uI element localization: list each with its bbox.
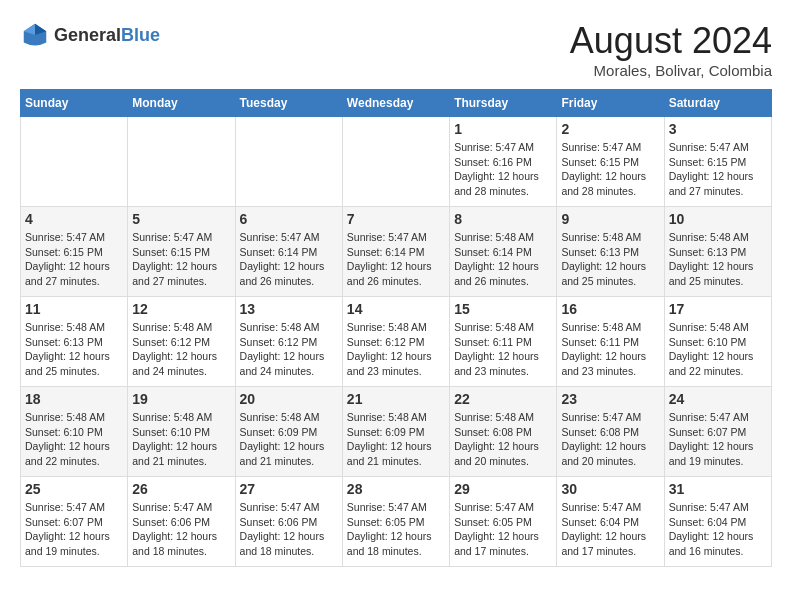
day-number: 13 (240, 301, 338, 317)
day-info: Sunrise: 5:47 AM Sunset: 6:08 PM Dayligh… (561, 410, 659, 469)
calendar-cell: 16Sunrise: 5:48 AM Sunset: 6:11 PM Dayli… (557, 297, 664, 387)
day-info: Sunrise: 5:47 AM Sunset: 6:06 PM Dayligh… (132, 500, 230, 559)
day-number: 20 (240, 391, 338, 407)
week-row-2: 4Sunrise: 5:47 AM Sunset: 6:15 PM Daylig… (21, 207, 772, 297)
day-info: Sunrise: 5:47 AM Sunset: 6:04 PM Dayligh… (561, 500, 659, 559)
day-info: Sunrise: 5:48 AM Sunset: 6:11 PM Dayligh… (454, 320, 552, 379)
week-row-4: 18Sunrise: 5:48 AM Sunset: 6:10 PM Dayli… (21, 387, 772, 477)
calendar-cell: 5Sunrise: 5:47 AM Sunset: 6:15 PM Daylig… (128, 207, 235, 297)
calendar-cell: 31Sunrise: 5:47 AM Sunset: 6:04 PM Dayli… (664, 477, 771, 567)
day-number: 30 (561, 481, 659, 497)
day-info: Sunrise: 5:47 AM Sunset: 6:14 PM Dayligh… (240, 230, 338, 289)
calendar-cell: 28Sunrise: 5:47 AM Sunset: 6:05 PM Dayli… (342, 477, 449, 567)
day-number: 26 (132, 481, 230, 497)
calendar-cell: 11Sunrise: 5:48 AM Sunset: 6:13 PM Dayli… (21, 297, 128, 387)
calendar-cell: 8Sunrise: 5:48 AM Sunset: 6:14 PM Daylig… (450, 207, 557, 297)
col-header-friday: Friday (557, 90, 664, 117)
day-number: 7 (347, 211, 445, 227)
day-number: 25 (25, 481, 123, 497)
calendar-cell: 14Sunrise: 5:48 AM Sunset: 6:12 PM Dayli… (342, 297, 449, 387)
calendar-cell: 9Sunrise: 5:48 AM Sunset: 6:13 PM Daylig… (557, 207, 664, 297)
day-number: 11 (25, 301, 123, 317)
day-info: Sunrise: 5:48 AM Sunset: 6:10 PM Dayligh… (25, 410, 123, 469)
week-row-5: 25Sunrise: 5:47 AM Sunset: 6:07 PM Dayli… (21, 477, 772, 567)
calendar-cell: 17Sunrise: 5:48 AM Sunset: 6:10 PM Dayli… (664, 297, 771, 387)
day-number: 16 (561, 301, 659, 317)
day-number: 5 (132, 211, 230, 227)
week-row-1: 1Sunrise: 5:47 AM Sunset: 6:16 PM Daylig… (21, 117, 772, 207)
day-info: Sunrise: 5:47 AM Sunset: 6:05 PM Dayligh… (454, 500, 552, 559)
logo: GeneralBlue (20, 20, 160, 50)
calendar-cell: 3Sunrise: 5:47 AM Sunset: 6:15 PM Daylig… (664, 117, 771, 207)
col-header-thursday: Thursday (450, 90, 557, 117)
logo-icon (20, 20, 50, 50)
day-info: Sunrise: 5:48 AM Sunset: 6:10 PM Dayligh… (669, 320, 767, 379)
day-number: 19 (132, 391, 230, 407)
calendar-cell: 29Sunrise: 5:47 AM Sunset: 6:05 PM Dayli… (450, 477, 557, 567)
day-number: 24 (669, 391, 767, 407)
header-row: SundayMondayTuesdayWednesdayThursdayFrid… (21, 90, 772, 117)
day-number: 10 (669, 211, 767, 227)
calendar-cell: 1Sunrise: 5:47 AM Sunset: 6:16 PM Daylig… (450, 117, 557, 207)
day-number: 27 (240, 481, 338, 497)
day-number: 9 (561, 211, 659, 227)
day-info: Sunrise: 5:47 AM Sunset: 6:16 PM Dayligh… (454, 140, 552, 199)
calendar-cell: 27Sunrise: 5:47 AM Sunset: 6:06 PM Dayli… (235, 477, 342, 567)
calendar-cell: 4Sunrise: 5:47 AM Sunset: 6:15 PM Daylig… (21, 207, 128, 297)
day-info: Sunrise: 5:48 AM Sunset: 6:09 PM Dayligh… (240, 410, 338, 469)
day-info: Sunrise: 5:48 AM Sunset: 6:13 PM Dayligh… (561, 230, 659, 289)
day-number: 3 (669, 121, 767, 137)
col-header-saturday: Saturday (664, 90, 771, 117)
day-info: Sunrise: 5:48 AM Sunset: 6:12 PM Dayligh… (240, 320, 338, 379)
day-info: Sunrise: 5:47 AM Sunset: 6:14 PM Dayligh… (347, 230, 445, 289)
header: GeneralBlue August 2024 Morales, Bolivar… (20, 20, 772, 79)
main-title: August 2024 (570, 20, 772, 62)
week-row-3: 11Sunrise: 5:48 AM Sunset: 6:13 PM Dayli… (21, 297, 772, 387)
calendar-cell: 25Sunrise: 5:47 AM Sunset: 6:07 PM Dayli… (21, 477, 128, 567)
calendar-cell: 20Sunrise: 5:48 AM Sunset: 6:09 PM Dayli… (235, 387, 342, 477)
col-header-tuesday: Tuesday (235, 90, 342, 117)
calendar-cell (342, 117, 449, 207)
title-area: August 2024 Morales, Bolivar, Colombia (570, 20, 772, 79)
day-number: 1 (454, 121, 552, 137)
day-info: Sunrise: 5:47 AM Sunset: 6:05 PM Dayligh… (347, 500, 445, 559)
day-number: 18 (25, 391, 123, 407)
calendar-cell: 19Sunrise: 5:48 AM Sunset: 6:10 PM Dayli… (128, 387, 235, 477)
day-info: Sunrise: 5:47 AM Sunset: 6:15 PM Dayligh… (132, 230, 230, 289)
calendar-cell: 13Sunrise: 5:48 AM Sunset: 6:12 PM Dayli… (235, 297, 342, 387)
calendar-cell: 12Sunrise: 5:48 AM Sunset: 6:12 PM Dayli… (128, 297, 235, 387)
calendar-cell (235, 117, 342, 207)
day-info: Sunrise: 5:48 AM Sunset: 6:11 PM Dayligh… (561, 320, 659, 379)
day-number: 17 (669, 301, 767, 317)
logo-blue: Blue (121, 25, 160, 45)
subtitle: Morales, Bolivar, Colombia (570, 62, 772, 79)
calendar-cell: 21Sunrise: 5:48 AM Sunset: 6:09 PM Dayli… (342, 387, 449, 477)
calendar-cell: 26Sunrise: 5:47 AM Sunset: 6:06 PM Dayli… (128, 477, 235, 567)
day-info: Sunrise: 5:47 AM Sunset: 6:06 PM Dayligh… (240, 500, 338, 559)
calendar-cell: 24Sunrise: 5:47 AM Sunset: 6:07 PM Dayli… (664, 387, 771, 477)
day-number: 12 (132, 301, 230, 317)
day-info: Sunrise: 5:47 AM Sunset: 6:15 PM Dayligh… (669, 140, 767, 199)
calendar-cell: 30Sunrise: 5:47 AM Sunset: 6:04 PM Dayli… (557, 477, 664, 567)
day-info: Sunrise: 5:48 AM Sunset: 6:13 PM Dayligh… (669, 230, 767, 289)
calendar-cell: 2Sunrise: 5:47 AM Sunset: 6:15 PM Daylig… (557, 117, 664, 207)
day-number: 21 (347, 391, 445, 407)
calendar-cell (21, 117, 128, 207)
day-number: 2 (561, 121, 659, 137)
day-info: Sunrise: 5:47 AM Sunset: 6:07 PM Dayligh… (25, 500, 123, 559)
calendar-cell (128, 117, 235, 207)
calendar-cell: 7Sunrise: 5:47 AM Sunset: 6:14 PM Daylig… (342, 207, 449, 297)
day-number: 22 (454, 391, 552, 407)
calendar-cell: 23Sunrise: 5:47 AM Sunset: 6:08 PM Dayli… (557, 387, 664, 477)
day-info: Sunrise: 5:47 AM Sunset: 6:07 PM Dayligh… (669, 410, 767, 469)
day-number: 28 (347, 481, 445, 497)
day-number: 4 (25, 211, 123, 227)
day-info: Sunrise: 5:48 AM Sunset: 6:12 PM Dayligh… (132, 320, 230, 379)
col-header-wednesday: Wednesday (342, 90, 449, 117)
day-info: Sunrise: 5:47 AM Sunset: 6:04 PM Dayligh… (669, 500, 767, 559)
logo-general: General (54, 25, 121, 45)
day-number: 29 (454, 481, 552, 497)
day-info: Sunrise: 5:48 AM Sunset: 6:10 PM Dayligh… (132, 410, 230, 469)
col-header-sunday: Sunday (21, 90, 128, 117)
day-number: 14 (347, 301, 445, 317)
